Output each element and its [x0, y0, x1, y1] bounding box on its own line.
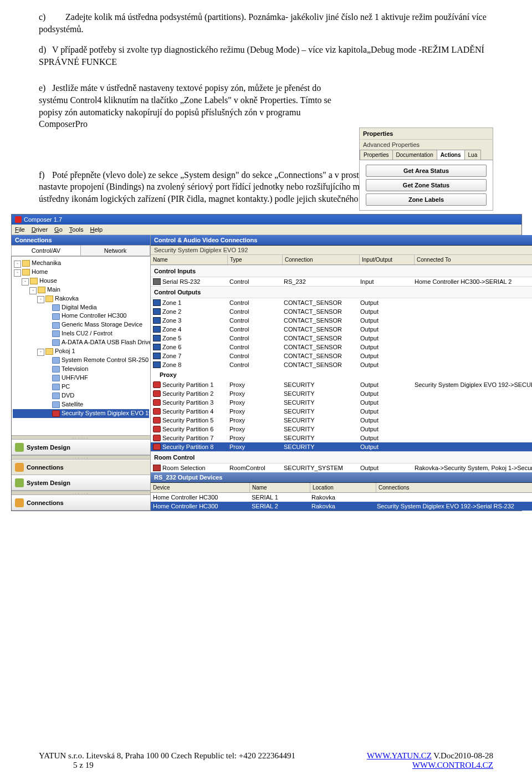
table-row[interactable]: Zone 2ControlCONTACT_SENSOROutput — [151, 307, 532, 316]
tree-item[interactable]: Television — [13, 365, 149, 374]
mode-system-design[interactable]: System Design — [12, 475, 150, 491]
get-zone-status-button[interactable]: Get Zone Status — [366, 179, 486, 191]
tree-item[interactable]: Security System Digiplex EVO 192 — [13, 409, 149, 418]
splitter-handle[interactable]: ······ — [12, 455, 150, 460]
get-area-status-button[interactable]: Get Area Status — [366, 165, 486, 177]
dvc-icon — [52, 313, 60, 320]
tree-item[interactable]: -House — [13, 277, 149, 286]
sec-icon — [52, 410, 60, 417]
splitter-handle[interactable]: ······ — [12, 435, 150, 440]
col-header[interactable]: Connections — [376, 483, 532, 492]
text-d: V případě potřeby si zvolte typ diagnost… — [39, 45, 484, 67]
pt-icon — [153, 443, 161, 450]
para-c: c)Zadejte kolik má ústředna podsystémů (… — [39, 11, 493, 35]
tree-item[interactable]: -Home — [13, 268, 149, 277]
tree-item[interactable]: -Mechanika — [13, 259, 149, 268]
dvc-icon — [52, 322, 60, 329]
tree-item[interactable]: Satellite — [13, 400, 149, 409]
mode-system-design[interactable]: System Design — [12, 440, 150, 455]
menu-help[interactable]: Help — [90, 226, 103, 233]
subtab-network[interactable]: Network — [80, 245, 150, 256]
group-header: Proxy — [151, 369, 532, 380]
footer-link-control4[interactable]: WWW.CONTROL4.CZ — [412, 761, 493, 769]
grid-body[interactable]: Control InputsSerial RS-232ControlRS_232… — [151, 265, 532, 472]
tree-item[interactable]: -Rakovka — [13, 294, 149, 303]
tree-item[interactable]: -Main — [13, 286, 149, 294]
table-row[interactable]: Security Partition 6ProxySECURITYOutput — [151, 425, 532, 434]
tree-item[interactable]: Generic Mass Storage Device — [13, 320, 149, 329]
tree-item[interactable]: Home Controller HC300 — [13, 312, 149, 320]
ser-icon — [153, 278, 161, 285]
tree-item[interactable]: -Pokoj 1 — [13, 347, 149, 356]
menu-driver[interactable]: Driver — [32, 226, 48, 233]
design-icon — [15, 478, 24, 487]
table-row[interactable]: Zone 3ControlCONTACT_SENSOROutput — [151, 316, 532, 325]
table-row[interactable]: Zone 5ControlCONTACT_SENSOROutput — [151, 334, 532, 343]
tree-item[interactable]: DVD — [13, 391, 149, 400]
table-row[interactable]: Serial RS-232ControlRS_232InputHome Cont… — [151, 277, 532, 286]
table-row[interactable]: Zone 4ControlCONTACT_SENSOROutput — [151, 325, 532, 334]
table-row[interactable]: Home Controller HC300SERIAL 1Rakovka — [151, 493, 532, 502]
right-pane: Control & Audio Video Connections Securi… — [151, 235, 532, 511]
col-header[interactable]: Name — [151, 255, 228, 264]
table-row[interactable]: Security Partition 4ProxySECURITYOutput — [151, 407, 532, 416]
app-title: Composer 1.7 — [24, 216, 62, 223]
menu-file[interactable]: File — [15, 226, 25, 233]
tree-item[interactable]: System Remote Control SR-250 — [13, 356, 149, 365]
table-row[interactable]: Security Partition 5ProxySECURITYOutput — [151, 416, 532, 425]
menu-tools[interactable]: Tools — [69, 226, 84, 233]
table-row[interactable]: Zone 7ControlCONTACT_SENSOROutput — [151, 351, 532, 360]
tab-documentation[interactable]: Documentation — [392, 150, 437, 160]
tab-actions[interactable]: Actions — [437, 150, 465, 160]
table-row[interactable]: Security Partition 3ProxySECURITYOutput — [151, 398, 532, 407]
dvc-icon — [52, 339, 60, 346]
table-row[interactable]: Home Controller HC300SERIAL 2RakovkaSecu… — [151, 502, 532, 511]
tab-lua[interactable]: Lua — [464, 150, 482, 160]
tree-item[interactable]: PC — [13, 383, 149, 391]
label-d: d) — [39, 44, 52, 56]
tree-item[interactable]: UHF/VHF — [13, 374, 149, 383]
tree-item[interactable]: Digital Media — [13, 303, 149, 312]
group-header: Control Inputs — [151, 265, 532, 277]
zn-icon — [153, 353, 161, 359]
table-row[interactable]: Zone 1ControlCONTACT_SENSOROutput — [151, 298, 532, 307]
devices-body[interactable]: Home Controller HC300SERIAL 1Rakovka Hom… — [151, 493, 532, 511]
zn-icon — [153, 335, 161, 341]
menu-go[interactable]: Go — [54, 226, 63, 233]
design-icon — [15, 443, 24, 452]
grid-header: NameTypeConnectionInput/OutputConnected … — [151, 255, 532, 265]
label-f: f) — [39, 169, 52, 181]
footer-page-num: 5 z 19 — [73, 761, 94, 769]
mode-connections[interactable]: Connections — [12, 460, 150, 475]
devices-title: RS_232 Output Devices — [151, 472, 532, 483]
tree-item[interactable]: Inels CU2 / Foxtrot — [13, 329, 149, 338]
splitter-handle[interactable]: ······ — [12, 491, 150, 495]
col-header[interactable]: Connected To — [415, 255, 532, 264]
table-row[interactable]: Room SelectionRoomControlSECURITY_SYSTEM… — [151, 463, 532, 472]
col-header[interactable]: Input/Output — [360, 255, 415, 264]
col-header[interactable]: Location — [310, 483, 376, 492]
mode-connections[interactable]: Connections — [12, 495, 150, 511]
table-row[interactable]: Security Partition 1ProxySECURITYOutputS… — [151, 380, 532, 389]
footer-link-yatun[interactable]: WWW.YATUN.CZ — [367, 751, 432, 760]
tree-item[interactable]: A-DATA A-DATA USB Flash Drive — [13, 338, 149, 347]
table-row[interactable]: Zone 6ControlCONTACT_SENSOROutput — [151, 343, 532, 351]
zn-icon — [153, 326, 161, 333]
zn-icon — [153, 344, 161, 350]
col-header[interactable]: Type — [228, 255, 283, 264]
device-tree[interactable]: -Mechanika-Home-House-Main-RakovkaDigita… — [12, 257, 150, 435]
table-row[interactable]: Security Partition 8ProxySECURITYOutput — [151, 442, 532, 451]
col-header[interactable]: Name — [250, 483, 310, 492]
zone-labels-button[interactable]: Zone Labels — [366, 193, 486, 206]
table-row[interactable]: Security Partition 7ProxySECURITYOutput — [151, 434, 532, 442]
tab-properties[interactable]: Properties — [360, 150, 393, 160]
connections-title: Connections — [12, 235, 150, 246]
properties-title: Properties — [360, 128, 493, 140]
table-row[interactable]: Zone 8ControlCONTACT_SENSOROutput — [151, 360, 532, 369]
subtab-controlav[interactable]: Control/AV — [11, 245, 81, 256]
col-header[interactable]: Connection — [283, 255, 360, 264]
properties-body: Get Area StatusGet Zone StatusZone Label… — [360, 160, 493, 210]
col-header[interactable]: Device — [151, 483, 250, 492]
para-e: e)Jestliže máte v ústředně nastaveny tex… — [39, 82, 338, 130]
table-row[interactable]: Security Partition 2ProxySECURITYOutput — [151, 389, 532, 398]
